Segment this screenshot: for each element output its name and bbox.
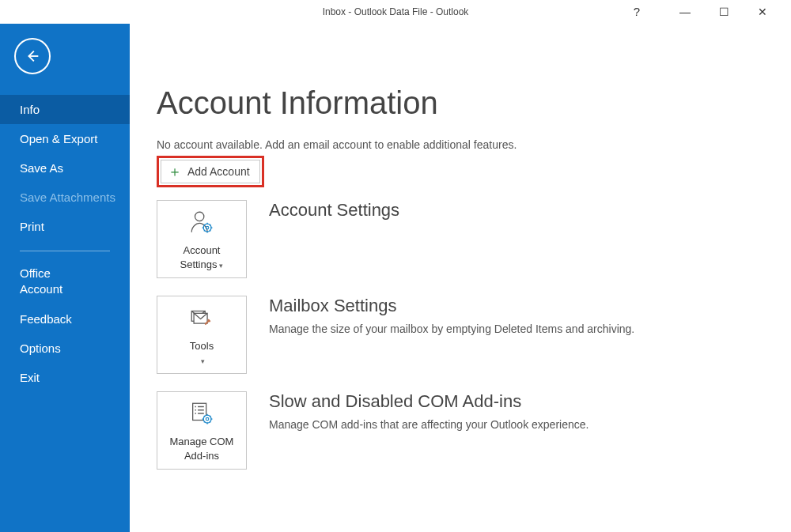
title-bar: Inbox - Outlook Data File - Outlook ? — … <box>0 0 791 24</box>
mailbox-tools-icon <box>188 304 215 331</box>
maximize-icon[interactable]: ☐ <box>719 0 729 24</box>
backstage-sidebar: Info Open & Export Save As Save Attachme… <box>0 24 130 532</box>
back-arrow-icon <box>24 47 41 65</box>
add-account-highlight: ＋ Add Account <box>157 156 264 187</box>
sidebar-item-office-account[interactable]: Office Account <box>0 258 130 304</box>
tile-label-text: Manage COM Add-ins <box>162 435 241 462</box>
tools-tile[interactable]: Tools▾ <box>157 296 247 374</box>
sidebar-item-exit[interactable]: Exit <box>0 363 130 392</box>
sidebar-item-info[interactable]: Info <box>0 95 130 124</box>
window-title: Inbox - Outlook Data File - Outlook <box>323 6 469 17</box>
account-settings-tile[interactable]: Account Settings▾ <box>157 200 247 278</box>
addins-gear-icon <box>188 400 215 427</box>
person-gear-icon <box>188 209 215 236</box>
add-account-label: Add Account <box>187 165 250 178</box>
section-heading: Slow and Disabled COM Add-ins <box>269 391 589 412</box>
add-account-button[interactable]: ＋ Add Account <box>161 160 260 183</box>
section-desc: Manage COM add-ins that are affecting yo… <box>269 417 589 432</box>
sidebar-item-save-as[interactable]: Save As <box>0 153 130 183</box>
chevron-down-icon: ▾ <box>201 357 205 365</box>
sidebar-item-save-attachments: Save Attachments <box>0 183 130 212</box>
section-account-settings: Account Settings▾ Account Settings <box>157 200 791 278</box>
back-button[interactable] <box>14 38 51 74</box>
section-text: Mailbox Settings Manage the size of your… <box>269 296 634 337</box>
section-com-addins: Manage COM Add-ins Slow and Disabled COM… <box>157 391 791 470</box>
section-heading: Account Settings <box>269 200 399 221</box>
main-content: Account Information No account available… <box>130 24 791 532</box>
sidebar-divider <box>20 251 110 251</box>
sidebar-item-print[interactable]: Print <box>0 212 130 241</box>
tile-label-text: Tools <box>190 340 214 352</box>
sidebar-item-open-export[interactable]: Open & Export <box>0 124 130 153</box>
window-controls: ? — ☐ ✕ <box>634 0 791 24</box>
svg-point-0 <box>195 212 204 221</box>
sidebar-item-options[interactable]: Options <box>0 334 130 363</box>
tile-label-text: Account Settings <box>180 244 221 270</box>
minimize-icon[interactable]: — <box>679 0 691 24</box>
section-text: Account Settings <box>269 200 399 225</box>
sidebar-item-feedback[interactable]: Feedback <box>0 304 130 334</box>
manage-com-addins-tile[interactable]: Manage COM Add-ins <box>157 391 247 470</box>
section-desc: Manage the size of your mailbox by empty… <box>269 321 634 337</box>
no-account-text: No account available. Add an email accou… <box>157 138 791 151</box>
close-icon[interactable]: ✕ <box>758 0 767 24</box>
chevron-down-icon: ▾ <box>219 262 223 270</box>
page-title: Account Information <box>157 85 791 121</box>
help-icon[interactable]: ? <box>634 0 640 24</box>
plus-icon: ＋ <box>168 164 182 179</box>
sidebar-item-label: Office Account <box>20 266 83 296</box>
section-text: Slow and Disabled COM Add-ins Manage COM… <box>269 391 589 432</box>
svg-point-10 <box>206 226 209 229</box>
section-mailbox-settings: Tools▾ Mailbox Settings Manage the size … <box>157 296 791 374</box>
section-heading: Mailbox Settings <box>269 296 634 316</box>
